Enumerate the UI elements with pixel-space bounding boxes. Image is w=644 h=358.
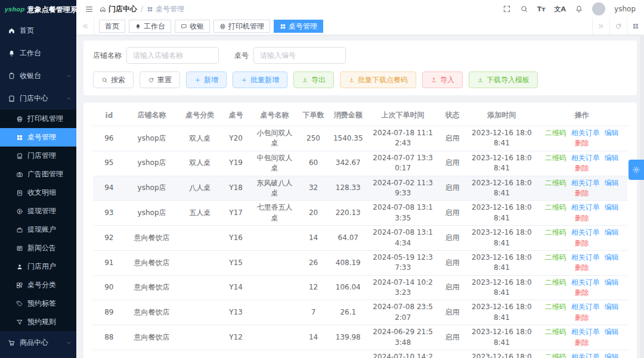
related-orders-link[interactable]: 相关订单 <box>571 129 600 137</box>
related-orders-link[interactable]: 相关订单 <box>571 353 600 358</box>
table-no-input[interactable] <box>253 47 346 64</box>
sidebar-item-收支明细[interactable]: 收支明细 <box>0 183 76 202</box>
translate-icon[interactable]: 文A <box>555 6 566 13</box>
related-orders-link[interactable]: 相关订单 <box>571 328 600 336</box>
add-button[interactable]: 新增 <box>186 71 227 88</box>
fullscreen-icon[interactable] <box>503 5 511 13</box>
sidebar-item-新闻公告[interactable]: 新闻公告 <box>0 239 76 257</box>
delete-link[interactable]: 删除 <box>575 313 589 322</box>
edit-link[interactable]: 编辑 <box>605 303 619 311</box>
sidebar-item-门店用户[interactable]: 门店用户 <box>0 257 76 276</box>
edit-link[interactable]: 编辑 <box>605 154 619 162</box>
sidebar-item-工作台[interactable]: 工作台 <box>0 42 76 64</box>
edit-link[interactable]: 编辑 <box>605 278 619 287</box>
edit-link[interactable]: 编辑 <box>605 129 619 137</box>
sidebar-item-label: 打印机管理 <box>27 114 63 124</box>
download-template-button[interactable]: 下载导入模板 <box>469 71 538 88</box>
reset-button[interactable]: 重置 <box>140 71 180 88</box>
tab-收银[interactable]: 收银 <box>175 20 210 33</box>
sidebar-item-门店管理[interactable]: 门店管理 <box>0 147 76 165</box>
import-button[interactable]: 导入 <box>422 71 463 88</box>
related-orders-link[interactable]: 相关订单 <box>571 278 600 287</box>
qrcode-link[interactable]: 二维码 <box>545 129 566 137</box>
qrcode-link[interactable]: 二维码 <box>545 278 566 287</box>
shop-name-input[interactable] <box>126 47 219 64</box>
edit-link[interactable]: 编辑 <box>605 228 619 236</box>
cell-id: 93 <box>93 201 125 226</box>
cell-amount: 26.1 <box>328 300 368 325</box>
delete-link[interactable]: 删除 <box>575 239 589 247</box>
qrcode-link[interactable]: 二维码 <box>545 253 566 262</box>
cell-category: 八人桌 <box>178 176 221 201</box>
qrcode-link[interactable]: 二维码 <box>545 353 566 358</box>
menu-toggle-icon[interactable] <box>85 5 94 14</box>
sidebar-item-桌号分类[interactable]: 桌号分类 <box>0 276 76 294</box>
delete-link[interactable]: 删除 <box>575 164 589 172</box>
export-button[interactable]: 导出 <box>293 71 334 88</box>
sidebar-item-提现账户[interactable]: 提现账户 <box>0 220 76 239</box>
sidebar-item-预约标签[interactable]: 预约标签 <box>0 294 76 313</box>
delete-link[interactable]: 删除 <box>575 139 589 147</box>
tab-打印机管理[interactable]: 打印机管理 <box>213 20 270 33</box>
edit-link[interactable]: 编辑 <box>605 253 619 262</box>
related-orders-link[interactable]: 相关订单 <box>571 203 600 211</box>
related-orders-link[interactable]: 相关订单 <box>571 303 600 311</box>
edit-link[interactable]: 编辑 <box>605 203 619 211</box>
related-orders-link[interactable]: 相关订单 <box>571 179 600 187</box>
qrcode-link[interactable]: 二维码 <box>545 203 566 211</box>
sidebar-item-首页[interactable]: 首页 <box>0 19 76 42</box>
sidebar-item-提现管理[interactable]: 提现管理 <box>0 202 76 220</box>
cell-status: 启用 <box>438 275 467 300</box>
tab-工作台[interactable]: 工作台 <box>129 20 171 33</box>
avatar[interactable] <box>592 2 605 15</box>
edit-link[interactable]: 编辑 <box>605 179 619 187</box>
scrollbar-track[interactable] <box>640 36 644 358</box>
bell-icon[interactable] <box>575 5 583 13</box>
tabs-scroll-left[interactable] <box>76 18 94 35</box>
sidebar-item-门店中心[interactable]: 门店中心 <box>0 87 76 110</box>
edit-link[interactable]: 编辑 <box>605 353 619 358</box>
tabs-layout-button[interactable] <box>627 18 644 35</box>
delete-link[interactable]: 删除 <box>575 263 589 272</box>
sidebar-item-收银台[interactable]: 收银台 <box>0 64 76 87</box>
batch-add-button[interactable]: 批量新增 <box>233 71 287 88</box>
font-size-icon[interactable]: Tт <box>537 6 546 13</box>
news-icon <box>16 245 23 252</box>
delete-link[interactable]: 删除 <box>575 338 589 347</box>
cell-shop: 意向餐饮店 <box>125 275 179 300</box>
sidebar-item-广告图管理[interactable]: 广告图管理 <box>0 165 76 183</box>
download-icon <box>302 77 308 83</box>
qrcode-link[interactable]: 二维码 <box>545 328 566 336</box>
related-orders-link[interactable]: 相关订单 <box>571 253 600 262</box>
settings-fab[interactable] <box>628 160 644 180</box>
delete-link[interactable]: 删除 <box>575 288 589 297</box>
clipboard-icon <box>8 72 16 80</box>
qrcode-link[interactable]: 二维码 <box>545 228 566 236</box>
cell-add_time: 2023-12-16 18:08:41 <box>467 325 536 350</box>
breadcrumb-root[interactable]: 门店中心 <box>100 4 137 14</box>
tabs-scroll-right[interactable] <box>592 18 609 35</box>
edit-link[interactable]: 编辑 <box>605 328 619 336</box>
sidebar-item-桌号管理[interactable]: 桌号管理 <box>0 128 76 147</box>
download-icon <box>348 77 355 83</box>
qrcode-link[interactable]: 二维码 <box>545 179 566 187</box>
related-orders-link[interactable]: 相关订单 <box>571 228 600 236</box>
top-header: 门店中心 / 桌号管理 Tт 文A <box>76 0 644 18</box>
tab-首页[interactable]: 首页 <box>99 20 125 33</box>
sidebar-item-商品中心[interactable]: 商品中心 <box>0 331 76 354</box>
qrcode-link[interactable]: 二维码 <box>545 303 566 311</box>
cell-actions: 二维码相关订单编辑删除 <box>537 126 627 151</box>
cell-shop: 意向餐饮店 <box>125 350 179 358</box>
batch-download-qrcode-button[interactable]: 批量下载点餐码 <box>340 71 416 88</box>
search-icon[interactable] <box>520 5 528 13</box>
cell-orders: 22 <box>299 350 328 358</box>
tabs-refresh-button[interactable] <box>609 18 627 35</box>
sidebar-item-预约规则[interactable]: 预约规则 <box>0 313 76 331</box>
delete-link[interactable]: 删除 <box>575 214 589 222</box>
qrcode-link[interactable]: 二维码 <box>545 154 566 162</box>
search-button[interactable]: 搜索 <box>93 71 134 88</box>
sidebar-item-打印机管理[interactable]: 打印机管理 <box>0 110 76 128</box>
delete-link[interactable]: 删除 <box>575 189 589 197</box>
related-orders-link[interactable]: 相关订单 <box>571 154 600 162</box>
tab-桌号管理[interactable]: 桌号管理 <box>274 20 323 33</box>
